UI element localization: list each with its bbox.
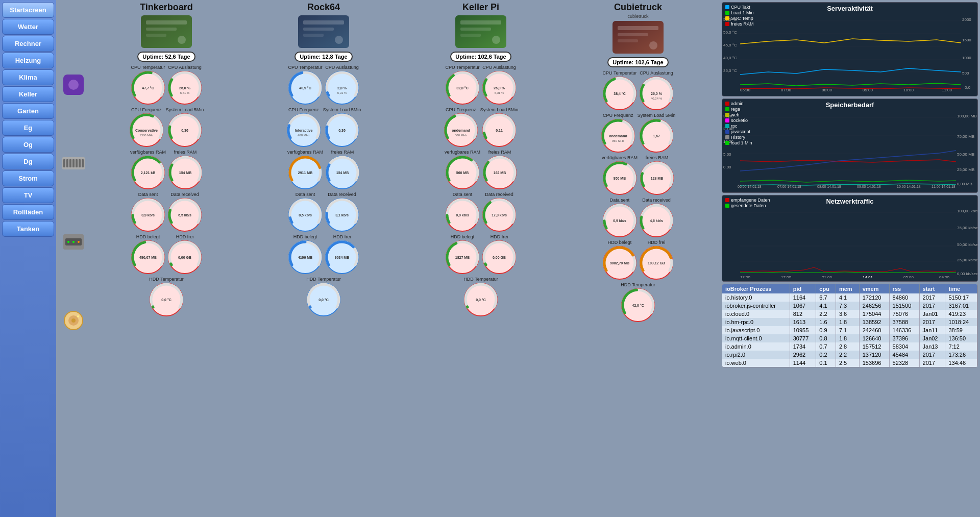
devices-area: Tinkerboard Uptime: 52,6 Tage CPU Temper… [56,0,720,517]
col-start: start [919,284,945,293]
device-col-2: Keller Pi Uptime: 102,6 Tage CPU Tempera… [403,2,558,515]
cell-start: Jan13 [919,342,945,351]
hdd-temp-gauge-row: HDD Temperatur 0,0 °C [149,277,184,317]
cell-mem: 2.5 [836,359,859,367]
cell-pid: 812 [790,310,816,318]
sidebar-item-dg[interactable]: Dg [2,154,54,169]
server-legend: CPU Takt Load 1 Min SOC Temp freies RAM [725,5,754,27]
uptime-badge: Uptime: 102,6 Tage [607,57,668,67]
avail-ram-gauge: verfügbares RAM 950 MB [602,155,638,195]
free-ram-gauge: freies RAM 154 MB [168,150,203,190]
cell-process: io.admin.0 [722,342,790,351]
svg-text:4196 MB: 4196 MB [298,256,312,259]
hdd-gauge-row: HDD belegt 4196 MB HDD frei 9634 MB [288,234,359,275]
svg-text:26,0 %: 26,0 % [179,86,191,90]
table-row: io.hm-rpc.016131.61.81385923758820171018… [722,318,977,326]
svg-text:6,31 %: 6,31 % [495,91,504,94]
sidebar-item-keller[interactable]: Keller [2,86,54,102]
svg-text:38,4 °C: 38,4 °C [614,92,625,96]
table-row: io.javascript.0109550.97.1242460146336Ja… [722,326,977,334]
net-gauge-row: Data sent 0,9 kb/s Data received 17,3 kb… [445,192,517,232]
cell-rss: 37396 [889,334,919,342]
sidebar-item-strom[interactable]: Strom [2,170,54,186]
hdd-used-gauge: HDD belegt 1827 MB [445,234,480,275]
svg-text:0,0 °C: 0,0 °C [318,298,329,302]
uptime-badge: Uptime: 52,6 Tage [137,52,195,62]
svg-text:100,00 kb/sec: 100,00 kb/sec [957,209,977,213]
hdd-used-gauge: HDD belegt 490,67 MB [131,234,165,275]
cpu-freq-gauge: CPU Frequenz Conservative 1300 MHz [129,107,164,147]
sidebar-item-wetter[interactable]: Wetter [2,19,54,35]
cell-pid: 1613 [790,318,816,326]
svg-text:500: 500 [962,71,969,76]
svg-rect-107 [618,26,658,30]
svg-text:32,0 °C: 32,0 °C [456,86,468,90]
cell-time: 7:12 [945,342,977,351]
sidebar-item-klima[interactable]: Klima [2,69,54,85]
sidebar-item-eg[interactable]: Eg [2,120,54,136]
net-gauge-row: Data sent 0,9 kb/s Data received 4,6 kb/… [602,198,674,238]
svg-rect-108 [618,33,648,36]
freq-gauge-row: CPU Frequenz Interactive 408 MHz System … [286,107,361,147]
cell-time: 134:46 [945,359,977,367]
cell-mem: 1.8 [836,318,859,326]
cell-time: 5150:17 [945,293,977,302]
svg-rect-20 [146,20,187,24]
freq-gauge-row: CPU Frequenz ondemand 500 MHz System Loa… [444,107,519,147]
svg-text:1,67: 1,67 [653,134,660,138]
cell-process: iobroker.js-controller [722,302,790,310]
network-icon [62,231,85,253]
free-ram-gauge: freies RAM 128 MB [640,155,674,195]
svg-text:0,00 GB: 0,00 GB [493,256,506,260]
cell-rss: 52328 [889,359,919,367]
cpu-gauge-row: CPU Temperatur 47,7 °C CPU Auslastung 26… [131,65,202,105]
hdd-free-gauge: HDD frei 0,00 GB [482,234,517,275]
svg-text:1500: 1500 [962,38,971,42]
svg-point-18 [77,315,79,317]
svg-text:25,00 kb/sec: 25,00 kb/sec [957,258,977,262]
net-gauge-row: Data sent 0,9 kb/s Data received 6,5 kb/… [131,192,202,232]
cell-process: io.rpi2.0 [722,351,790,359]
cpu-freq-gauge: CPU Frequenz Interactive 408 MHz [286,107,321,147]
svg-rect-19 [141,15,192,48]
hdd-temp-gauge: HDD Temperatur 0,0 °C [463,277,498,317]
cell-cpu: 0.9 [816,326,836,334]
cell-cpu: 0.1 [816,359,836,367]
svg-text:07:00: 07:00 [781,88,792,92]
sidebar-item-rolllaeden[interactable]: Rollläden [2,204,54,220]
network-legend: empfangene Daten gesendete Daten [725,198,770,208]
sidebar-item-tv[interactable]: TV [2,187,54,203]
sidebar-item-garten[interactable]: Garten [2,103,54,119]
hdd-temp-gauge: HDD Temperatur 0,0 °C [306,277,341,317]
col-rss: rss [889,284,919,293]
svg-text:0,00 MB: 0,00 MB [957,182,972,186]
svg-rect-80 [460,34,481,37]
svg-rect-49 [303,20,344,24]
sidebar-item-rechner[interactable]: Rechner [2,36,54,52]
sidebar-item-heizung[interactable]: Heizung [2,53,54,68]
icons-column [60,2,87,515]
cell-cpu: 4.1 [816,302,836,310]
cpu-gauge-row: CPU Temperatur 38,4 °C CPU Auslastung 26… [602,70,674,111]
sidebar-item-startscreen[interactable]: Startscreen [2,2,54,18]
svg-text:09:00: 09:00 [939,275,950,278]
svg-point-52 [335,36,343,44]
cell-vmem: 126640 [859,334,889,342]
cell-rss: 37588 [889,318,919,326]
table-row: io.history.011646.74.1172120848602017515… [722,293,977,302]
cell-rss: 146336 [889,326,919,334]
cell-vmem: 138592 [859,318,889,326]
cell-time: 173:26 [945,351,977,359]
svg-text:5,00: 5,00 [723,152,731,157]
sidebar-item-og[interactable]: Og [2,137,54,153]
svg-text:162 MB: 162 MB [494,171,506,175]
sys-load-gauge: System Load 5Min 0,11 [480,107,519,147]
table-row: io.admin.017340.72.815751258304Jan137:12 [722,342,977,351]
svg-text:500 MHz: 500 MHz [455,134,467,137]
cpu-load-gauge: CPU Auslastung 26,0 % 40,24 % [639,70,674,111]
ram-icon [62,152,85,175]
svg-rect-22 [146,34,166,37]
svg-text:47,7 °C: 47,7 °C [142,86,154,90]
sidebar-item-tanken[interactable]: Tanken [2,221,54,237]
data-sent-gauge: Data sent 0,9 kb/s [445,192,480,232]
